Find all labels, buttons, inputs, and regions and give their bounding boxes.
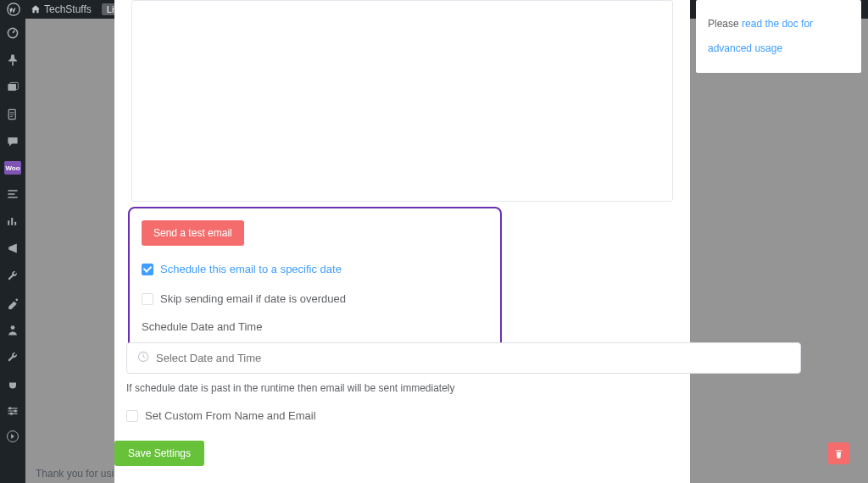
clock-icon bbox=[137, 351, 149, 365]
svg-point-7 bbox=[14, 409, 17, 412]
comments-icon[interactable] bbox=[5, 134, 20, 149]
tools-icon[interactable] bbox=[5, 268, 20, 283]
wordpress-logo-icon[interactable] bbox=[7, 3, 20, 16]
wp-admin-sidebar: Woo bbox=[0, 19, 25, 483]
svg-point-6 bbox=[8, 407, 11, 409]
site-name: TechStuffs bbox=[44, 3, 92, 15]
custom-from-checkbox[interactable] bbox=[126, 410, 138, 422]
schedule-section: Send a test email Schedule this email to… bbox=[128, 207, 502, 350]
woo-icon[interactable]: Woo bbox=[4, 161, 21, 175]
schedule-date-heading: Schedule Date and Time bbox=[142, 320, 488, 333]
schedule-checkbox-label: Schedule this email to a specific date bbox=[160, 263, 342, 275]
collapse-icon[interactable] bbox=[7, 430, 19, 442]
svg-rect-2 bbox=[8, 84, 16, 91]
marketing-icon[interactable] bbox=[5, 241, 20, 256]
appearance-icon[interactable] bbox=[5, 295, 20, 310]
trash-icon bbox=[833, 448, 844, 459]
email-editor-placeholder[interactable] bbox=[131, 0, 673, 202]
users-icon[interactable] bbox=[5, 322, 20, 337]
main-panel: Send a test email Schedule this email to… bbox=[114, 0, 690, 483]
pages-icon[interactable] bbox=[5, 107, 20, 122]
schedule-date-input[interactable] bbox=[126, 342, 801, 374]
fluent-icon[interactable] bbox=[5, 186, 20, 202]
skip-checkbox-row[interactable]: Skip sending email if date is overdued bbox=[142, 292, 488, 305]
schedule-checkbox[interactable] bbox=[142, 264, 153, 275]
sliders-icon[interactable] bbox=[5, 403, 20, 419]
pin-icon[interactable] bbox=[5, 53, 20, 68]
plugins-icon[interactable] bbox=[5, 376, 20, 391]
home-icon bbox=[31, 4, 41, 14]
skip-checkbox[interactable] bbox=[142, 293, 153, 305]
svg-point-8 bbox=[10, 413, 13, 415]
skip-checkbox-label: Skip sending email if date is overdued bbox=[160, 292, 346, 305]
schedule-date-field[interactable] bbox=[156, 352, 790, 364]
bottom-action-bar: Save Settings bbox=[114, 441, 861, 466]
save-settings-button[interactable]: Save Settings bbox=[114, 441, 204, 466]
info-sidebar: Please read the doc for advanced usage bbox=[696, 0, 861, 73]
custom-from-row[interactable]: Set Custom From Name and Email bbox=[126, 409, 801, 422]
analytics-icon[interactable] bbox=[5, 214, 20, 229]
delete-button[interactable] bbox=[827, 442, 849, 464]
site-name-link[interactable]: TechStuffs bbox=[31, 3, 92, 15]
schedule-hint: If schedule date is past in the runtime … bbox=[126, 382, 801, 394]
schedule-checkbox-row[interactable]: Schedule this email to a specific date bbox=[142, 263, 488, 275]
dashboard-icon[interactable] bbox=[5, 25, 20, 41]
custom-from-label: Set Custom From Name and Email bbox=[145, 409, 316, 422]
settings-icon[interactable] bbox=[5, 349, 20, 364]
svg-point-0 bbox=[8, 3, 19, 15]
media-icon[interactable] bbox=[5, 80, 20, 95]
send-test-email-button[interactable]: Send a test email bbox=[142, 220, 244, 246]
svg-point-5 bbox=[11, 325, 15, 330]
